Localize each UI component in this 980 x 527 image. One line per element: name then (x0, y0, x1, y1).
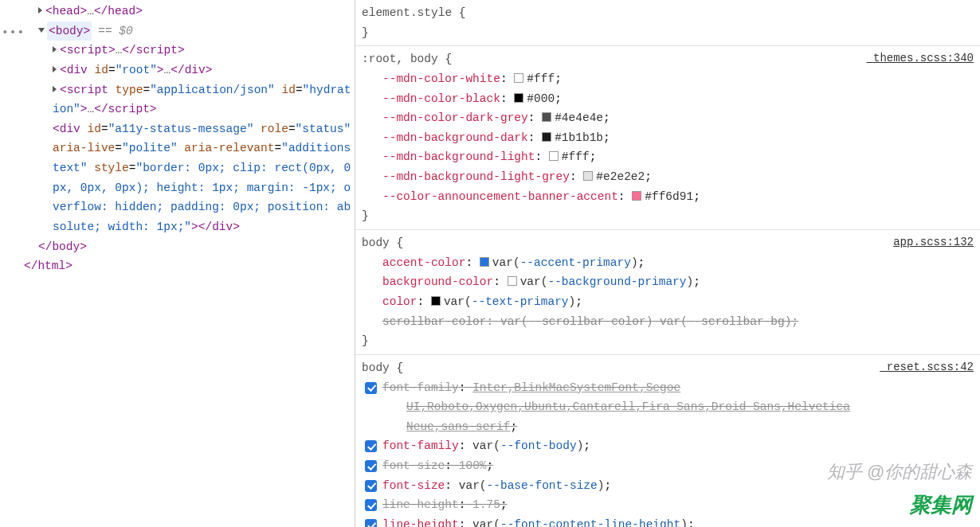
color-swatch-icon[interactable] (549, 151, 559, 161)
source-link[interactable]: app.scss:132 (893, 233, 974, 252)
selected-node-hint: == $0 (98, 25, 133, 37)
selector-text: :root, body (362, 53, 438, 65)
toggle-checkbox[interactable] (365, 460, 377, 472)
color-swatch-icon[interactable] (632, 191, 641, 201)
css-declaration[interactable]: color: var(--text-primary); (362, 292, 974, 312)
selector-text: body (362, 236, 390, 249)
source-link[interactable]: _reset.scss:42 (880, 358, 974, 377)
color-swatch-icon[interactable] (508, 276, 517, 286)
dom-node-script[interactable]: <script>…</script> (0, 41, 355, 61)
toggle-checkbox[interactable] (365, 382, 377, 394)
expand-arrow-icon[interactable] (53, 46, 57, 53)
css-value-continuation: UI,Roboto,Oxygen,Ubuntu,Cantarell,Fira S… (362, 397, 974, 417)
toggle-checkbox[interactable] (365, 519, 377, 527)
expand-arrow-icon[interactable] (53, 86, 57, 92)
dom-node-div-a11y[interactable]: <div id="a11y-status-message" role="stat… (0, 119, 355, 237)
dom-node-body-close[interactable]: </body> (0, 237, 355, 257)
css-declaration[interactable]: --mdn-background-light-grey: #e2e2e2; (362, 167, 974, 187)
css-declaration-overridden[interactable]: line-height: 1.75; (362, 495, 974, 515)
selector-text: body (362, 361, 390, 374)
dom-node-head[interactable]: <head>…</head> (0, 2, 355, 21)
css-declaration-overridden[interactable]: scrollbar-color: var(--scrollbar-color) … (362, 312, 974, 332)
toggle-checkbox[interactable] (365, 440, 377, 452)
dom-node-html-close[interactable]: </html> (0, 256, 355, 276)
css-declaration[interactable]: font-size: var(--base-font-size); (362, 476, 974, 496)
css-declaration[interactable]: --mdn-background-dark: #1b1b1b; (362, 128, 974, 148)
css-declaration[interactable]: --mdn-color-black: #000; (362, 89, 974, 109)
style-rule-app[interactable]: app.scss:132 body { accent-color: var(--… (355, 230, 980, 355)
css-declaration[interactable]: line-height: var(--font-content-line-hei… (362, 515, 974, 527)
css-declaration-overridden[interactable]: font-family: Inter,BlinkMacSystemFont,Se… (362, 378, 974, 398)
css-declaration[interactable]: --color-announcement-banner-accent: #ff6… (362, 187, 974, 207)
dom-node-body[interactable]: <body>== $0 (0, 21, 355, 41)
css-value-continuation: Neue,sans-serif; (362, 417, 974, 437)
style-rule-themes[interactable]: _themes.scss:340 :root, body { --mdn-col… (355, 46, 980, 230)
elements-dom-tree[interactable]: ••• <head>…</head> <body>== $0 <script>…… (0, 0, 355, 527)
toggle-checkbox[interactable] (365, 480, 377, 492)
css-declaration[interactable]: background-color: var(--background-prima… (362, 272, 974, 292)
css-declaration[interactable]: --mdn-background-light: #fff; (362, 147, 974, 167)
color-swatch-icon[interactable] (542, 112, 551, 122)
css-declaration[interactable]: --mdn-color-white: #fff; (362, 69, 974, 89)
selector-text: element.style (362, 6, 452, 19)
css-declaration[interactable]: --mdn-color-dark-grey: #4e4e4e; (362, 108, 974, 128)
toggle-checkbox[interactable] (365, 499, 377, 511)
gutter-dots-icon: ••• (2, 23, 25, 43)
style-rule-element-style[interactable]: element.style { } (355, 0, 980, 46)
color-swatch-icon[interactable] (431, 296, 441, 306)
dom-node-div-root[interactable]: <div id="root">…</div> (0, 61, 355, 80)
css-declaration[interactable]: font-family: var(--font-body); (362, 436, 974, 456)
expand-arrow-icon[interactable] (53, 66, 57, 72)
dom-node-script-hydration[interactable]: <script type="application/json" id="hydr… (0, 80, 355, 119)
color-swatch-icon[interactable] (514, 93, 523, 103)
expand-arrow-icon[interactable] (38, 7, 42, 14)
color-swatch-icon[interactable] (514, 73, 523, 83)
style-rule-reset[interactable]: _reset.scss:42 body { font-family: Inter… (355, 355, 980, 527)
color-swatch-icon[interactable] (480, 257, 489, 267)
css-declaration-overridden[interactable]: font-size: 100%; (362, 456, 974, 476)
styles-panel[interactable]: element.style { } _themes.scss:340 :root… (355, 0, 980, 527)
source-link[interactable]: _themes.scss:340 (867, 49, 974, 68)
expand-arrow-down-icon[interactable] (38, 28, 45, 33)
css-declaration[interactable]: accent-color: var(--accent-primary); (362, 253, 974, 273)
color-swatch-icon[interactable] (542, 132, 551, 142)
color-swatch-icon[interactable] (583, 171, 593, 181)
